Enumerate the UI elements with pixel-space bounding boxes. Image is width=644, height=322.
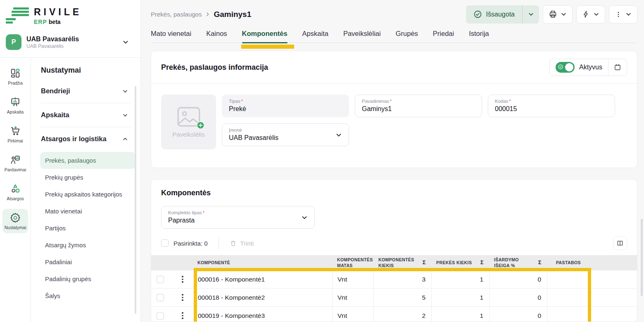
row-menu-kebab-icon[interactable]	[180, 310, 185, 321]
cell-matas[interactable]: Vnt	[332, 289, 373, 306]
printer-icon	[549, 10, 557, 19]
settings-submenu: Nustatymai Bendrieji Apskaita Atsargos i…	[31, 58, 140, 322]
column-settings-button[interactable]	[613, 236, 627, 250]
cell-komponente[interactable]: 000016 - Komponentė1	[196, 270, 332, 288]
nav-group-atsargos-ir-logistika[interactable]: Atsargos ir logistika	[41, 128, 131, 149]
chevron-down-icon	[301, 214, 308, 221]
cell-isardymo-iseiga[interactable]: 0	[489, 270, 547, 288]
image-upload-placeholder[interactable]: Paveikslėlis	[161, 95, 216, 149]
saved-dropdown-toggle[interactable]	[523, 5, 539, 24]
main-content: Prekės, paslaugos Gaminys1 Išsaugota	[141, 0, 644, 322]
row-checkbox[interactable]	[157, 294, 164, 301]
selected-count-label: Pasirinkta: 0	[173, 240, 208, 247]
cell-pastabos[interactable]	[547, 307, 617, 322]
cell-prekes-kiekis[interactable]: 1	[431, 270, 489, 288]
pavadinimas-field[interactable]: Pavadinimas* Gaminys1	[355, 95, 482, 117]
row-checkbox[interactable]	[157, 312, 164, 320]
cell-isardymo-iseiga[interactable]: 0	[489, 289, 547, 306]
sidebar-item-partijos[interactable]: Partijos	[40, 220, 135, 237]
sidebar-item-atsargu-zymos[interactable]: Atsargų žymos	[40, 237, 135, 253]
more-menu-button[interactable]	[609, 5, 637, 24]
cell-matas[interactable]: Vnt	[332, 307, 373, 322]
tab-mato-vienetai[interactable]: Mato vienetai	[151, 27, 191, 43]
saved-split-button[interactable]: Išsaugota	[466, 5, 539, 24]
row-menu-kebab-icon[interactable]	[180, 292, 185, 303]
sum-sigma-icon[interactable]: Σ	[480, 259, 484, 266]
cell-kiekis[interactable]: 2	[373, 307, 431, 322]
komplekto-tipas-select[interactable]: Komplekto tipas* Paprasta	[161, 206, 315, 229]
submenu-heading: Nustatymai	[41, 66, 131, 75]
tab-grupes[interactable]: Grupės	[396, 27, 418, 43]
sidebar-item-padaliniu-grupes[interactable]: Padalinių grupės	[40, 270, 135, 287]
column-header-komponentes-matas[interactable]: KOMPONENTĖS MATAS	[332, 255, 373, 270]
toggle-on-icon	[556, 62, 575, 73]
sum-sigma-icon[interactable]: Σ	[538, 259, 542, 266]
rail-item-atsargos[interactable]: Atsargos	[2, 180, 28, 204]
cell-matas[interactable]: Vnt	[332, 270, 373, 288]
sidebar-item-prekes-paslaugos[interactable]: Prekės, paslaugos	[40, 152, 135, 169]
tab-istorija[interactable]: Istorija	[469, 27, 489, 43]
sidebar-item-salys[interactable]: Šalys	[40, 287, 135, 304]
column-header-komponente[interactable]: KOMPONENTĖ	[196, 255, 332, 270]
tab-paveiksleliai[interactable]: Paveikslėliai	[343, 27, 381, 43]
cell-kiekis[interactable]: 3	[373, 270, 431, 288]
chart-board-icon	[10, 97, 21, 107]
table-row: 000019 - Komponentė3 Vnt 2 1 0	[151, 307, 637, 322]
brand-title: RIVILE	[34, 7, 82, 18]
active-toggle[interactable]: Aktyvus	[550, 59, 608, 76]
sum-sigma-icon[interactable]: Σ	[423, 259, 426, 266]
column-header-pastabos[interactable]: PASTABOS	[547, 255, 617, 270]
print-button[interactable]	[543, 5, 573, 24]
column-header-prekes-kiekis[interactable]: PREKĖS KIEKIS Σ	[431, 255, 489, 270]
cell-prekes-kiekis[interactable]: 1	[431, 307, 489, 322]
tab-priedai[interactable]: Priedai	[433, 27, 454, 43]
sidebar-item-mato-vienetai[interactable]: Mato vienetai	[40, 203, 135, 220]
delete-button[interactable]: Trinti	[230, 240, 254, 247]
sidebar-item-prekiu-apskaitos-kategorijos[interactable]: Prekių apskaitos kategorijos	[40, 186, 135, 203]
sidebar-item-prekiu-grupes[interactable]: Prekių grupės	[40, 169, 135, 186]
sidebar-item-padaliniai[interactable]: Padaliniai	[40, 253, 135, 270]
active-control: Aktyvus	[549, 59, 627, 76]
breadcrumb-parent-link[interactable]: Prekės, paslaugos	[151, 11, 202, 18]
column-header-komponentes-kiekis[interactable]: KOMPONENTĖS KIEKIS Σ	[373, 255, 431, 270]
rail-item-apskaita[interactable]: Apskaita	[2, 93, 28, 118]
rail-item-pirkimai[interactable]: Pirkimai	[2, 122, 28, 147]
imone-value: UAB Pavasarėlis	[229, 134, 342, 142]
rail-item-nustatymai[interactable]: Nustatymai	[2, 209, 28, 233]
cell-kiekis[interactable]: 5	[373, 289, 431, 306]
calendar-button[interactable]	[608, 59, 627, 76]
cell-prekes-kiekis[interactable]: 1	[431, 289, 489, 306]
cell-isardymo-iseiga[interactable]: 0	[489, 307, 547, 322]
row-menu-kebab-icon[interactable]	[180, 274, 185, 284]
page-scrollbar-thumb[interactable]	[641, 219, 643, 296]
calendar-icon	[614, 64, 621, 71]
select-all-checkbox[interactable]	[161, 239, 169, 247]
table-header-row: KOMPONENTĖ KOMPONENTĖS MATAS KOMPONENTĖS…	[151, 255, 637, 270]
actions-button[interactable]	[576, 5, 605, 24]
saved-button-main[interactable]: Išsaugota	[466, 5, 522, 24]
cell-komponente[interactable]: 000018 - Komponentė2	[196, 289, 332, 306]
divider	[219, 237, 219, 249]
tab-apskaita[interactable]: Apskaita	[302, 27, 328, 43]
row-checkbox[interactable]	[157, 276, 164, 283]
nav-group-bendrieji[interactable]: Bendrieji	[41, 80, 131, 102]
column-header-isardymo-iseiga[interactable]: IŠARDYMO IŠEIGA % Σ	[489, 255, 547, 270]
chevron-down-icon	[528, 11, 534, 17]
nav-group-apskaita[interactable]: Apskaita	[41, 104, 131, 125]
tab-kainos[interactable]: Kainos	[206, 27, 227, 43]
kodas-field[interactable]: Kodas* 000015	[488, 95, 615, 117]
sidebar-scrollbar-thumb[interactable]	[135, 86, 136, 314]
cell-pastabos[interactable]	[547, 289, 617, 306]
rail-label: Pirkimai	[7, 138, 23, 143]
tipas-field[interactable]: Tipas* Prekė	[222, 95, 349, 117]
components-card: Komponentės Komplekto tipas* Paprasta Pa…	[151, 179, 637, 322]
company-selector[interactable]: P UAB Pavasarėlis UAB Pavasarėlis	[6, 34, 134, 50]
brand-erp: ERP	[34, 19, 47, 25]
rail-item-pradzia[interactable]: Pradžia	[2, 64, 28, 89]
trash-icon	[230, 240, 237, 247]
tab-komponentes[interactable]: Komponentės	[242, 27, 288, 43]
imone-select[interactable]: Įmonė UAB Pavasarėlis	[222, 123, 349, 146]
rail-item-pardavimai[interactable]: Pardavimai	[2, 151, 28, 175]
cell-komponente[interactable]: 000019 - Komponentė3	[196, 307, 332, 322]
cell-pastabos[interactable]	[547, 270, 617, 288]
